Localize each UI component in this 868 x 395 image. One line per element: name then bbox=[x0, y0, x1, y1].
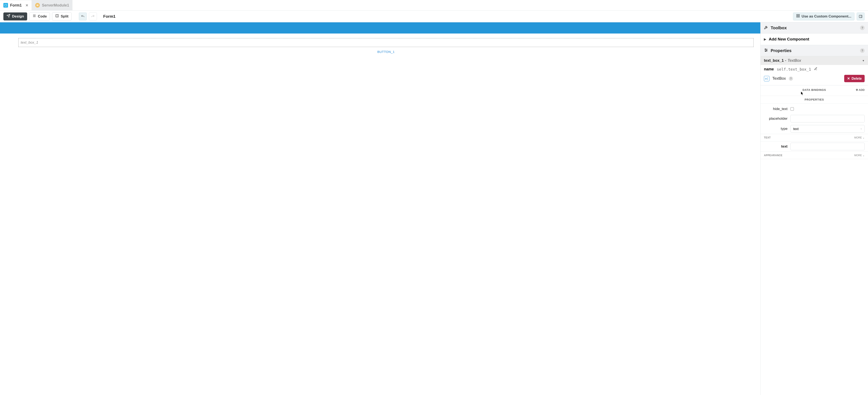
component-type-name: TextBox bbox=[772, 76, 786, 81]
hide-text-checkbox[interactable] bbox=[790, 107, 794, 111]
svg-rect-10 bbox=[797, 16, 798, 17]
add-new-component[interactable]: ▶ Add New Component bbox=[761, 33, 868, 45]
chevron-down-icon: ⌄ bbox=[863, 154, 865, 157]
undo-button[interactable] bbox=[79, 12, 87, 21]
text-section: TEXT MORE ⌄ bbox=[761, 134, 868, 142]
help-icon[interactable]: ? bbox=[789, 77, 793, 81]
name-row: name self.text_box_1 bbox=[761, 65, 868, 73]
add-binding-button[interactable]: ✚ ADD bbox=[856, 88, 865, 91]
tab-bar: Form1 ✕ ServerModule1 bbox=[0, 0, 868, 10]
svg-point-19 bbox=[766, 51, 766, 52]
code-label: Code bbox=[38, 14, 47, 19]
svg-rect-2 bbox=[37, 5, 38, 6]
prop-type: type text ⌄ bbox=[761, 124, 868, 134]
add-label: ADD bbox=[859, 88, 865, 91]
selected-component-strip[interactable]: text_box_1 - TextBox ▼ bbox=[761, 56, 868, 65]
placeholder-label: placeholder bbox=[764, 117, 787, 121]
name-value: self.text_box_1 bbox=[777, 67, 811, 71]
chevron-down-icon: ⌄ bbox=[863, 136, 865, 139]
tab-label: Form1 bbox=[10, 3, 22, 8]
design-label: Design bbox=[12, 14, 24, 19]
more-appearance-button[interactable]: MORE ⌄ bbox=[854, 154, 865, 157]
prop-text: text bbox=[761, 142, 868, 152]
help-icon[interactable]: ? bbox=[860, 26, 865, 30]
name-label: name bbox=[764, 67, 774, 71]
textbox-placeholder-text: text_box_1 bbox=[21, 40, 38, 44]
toolbar: Design Code Split Form1 Use as Custom Co… bbox=[0, 10, 868, 22]
delete-label: Delete bbox=[851, 77, 862, 81]
split-label: Split bbox=[61, 14, 68, 19]
delete-button[interactable]: ✕ Delete bbox=[844, 75, 865, 82]
pencil-icon[interactable] bbox=[814, 67, 817, 71]
add-new-component-label: Add New Component bbox=[769, 37, 809, 41]
selected-component-name: text_box_1 bbox=[764, 58, 784, 63]
cursor-icon bbox=[801, 92, 804, 95]
canvas: text_box_1 BUTTON_1 bbox=[0, 22, 761, 395]
placeholder-input[interactable] bbox=[790, 115, 865, 122]
svg-point-17 bbox=[765, 49, 766, 49]
tab-label: ServerModule1 bbox=[42, 3, 69, 8]
help-icon[interactable]: ? bbox=[860, 48, 865, 53]
text-label: text bbox=[764, 144, 787, 149]
svg-rect-11 bbox=[798, 16, 799, 17]
main-area: text_box_1 BUTTON_1 Toolbox ? ▶ Add New … bbox=[0, 22, 868, 395]
properties-header: Properties ? bbox=[761, 45, 868, 56]
canvas-gutter bbox=[0, 33, 11, 395]
side-panels: Toolbox ? ▶ Add New Component Properties… bbox=[761, 22, 868, 395]
properties-panel: text_box_1 - TextBox ▼ name self.text_bo… bbox=[761, 56, 868, 395]
chevron-down-icon[interactable]: ▼ bbox=[862, 59, 865, 62]
appearance-section-title: APPEARANCE bbox=[764, 154, 782, 157]
redo-button[interactable] bbox=[89, 12, 97, 21]
form-icon bbox=[3, 3, 8, 8]
properties-section: PROPERTIES bbox=[761, 96, 868, 103]
split-icon bbox=[55, 14, 59, 19]
svg-rect-0 bbox=[5, 4, 7, 6]
toolbox-title: Toolbox bbox=[771, 26, 858, 30]
data-bindings-heading: DATA BINDINGS bbox=[803, 88, 826, 91]
properties-title: Properties bbox=[771, 48, 858, 53]
properties-heading: PROPERTIES bbox=[805, 98, 824, 101]
form-header-bar[interactable] bbox=[0, 22, 761, 33]
textbox-component[interactable]: text_box_1 bbox=[18, 38, 753, 47]
wrench-icon bbox=[764, 25, 768, 30]
split-button[interactable]: Split bbox=[52, 12, 72, 21]
code-button[interactable]: Code bbox=[29, 12, 50, 21]
svg-point-18 bbox=[767, 50, 767, 50]
design-button[interactable]: Design bbox=[3, 12, 27, 21]
sliders-icon bbox=[764, 48, 768, 53]
component-icon bbox=[796, 14, 800, 19]
type-select[interactable]: text bbox=[790, 125, 865, 132]
x-icon: ✕ bbox=[847, 77, 850, 81]
tab-form1[interactable]: Form1 ✕ bbox=[0, 0, 32, 10]
prop-placeholder: placeholder bbox=[761, 114, 868, 124]
text-section-title: TEXT bbox=[764, 136, 771, 139]
caret-right-icon: ▶ bbox=[764, 37, 766, 41]
svg-rect-12 bbox=[859, 15, 862, 18]
prop-hide-text: hide_text bbox=[761, 104, 868, 114]
svg-rect-9 bbox=[798, 14, 799, 16]
list-icon bbox=[32, 14, 36, 19]
use-custom-label: Use as Custom Component... bbox=[802, 14, 851, 19]
selected-component-type: TextBox bbox=[787, 58, 801, 63]
page-title: Form1 bbox=[103, 14, 116, 19]
server-module-icon bbox=[35, 3, 40, 8]
svg-rect-8 bbox=[797, 14, 798, 16]
canvas-body[interactable]: text_box_1 BUTTON_1 bbox=[11, 33, 761, 395]
button-component[interactable]: BUTTON_1 bbox=[18, 50, 753, 54]
toolbox-header: Toolbox ? bbox=[761, 22, 868, 33]
use-as-custom-component-button[interactable]: Use as Custom Component... bbox=[793, 12, 855, 21]
textbox-type-icon: a| bbox=[764, 76, 769, 81]
panel-toggle-button[interactable] bbox=[857, 12, 865, 21]
more-text-button[interactable]: MORE ⌄ bbox=[854, 136, 865, 139]
close-icon[interactable]: ✕ bbox=[26, 3, 28, 7]
tab-servermodule1[interactable]: ServerModule1 bbox=[32, 0, 72, 10]
hide-text-label: hide_text bbox=[764, 107, 787, 111]
type-label: type bbox=[764, 127, 787, 131]
property-list: hide_text placeholder type text ⌄ bbox=[761, 103, 868, 134]
data-bindings-section: DATA BINDINGS ✚ ADD bbox=[761, 85, 868, 96]
text-input[interactable] bbox=[790, 143, 865, 150]
appearance-section: APPEARANCE MORE ⌄ bbox=[761, 152, 868, 159]
component-type-row: a| TextBox ? ✕ Delete bbox=[761, 73, 868, 85]
paper-plane-icon bbox=[6, 14, 10, 19]
svg-rect-1 bbox=[37, 5, 38, 5]
